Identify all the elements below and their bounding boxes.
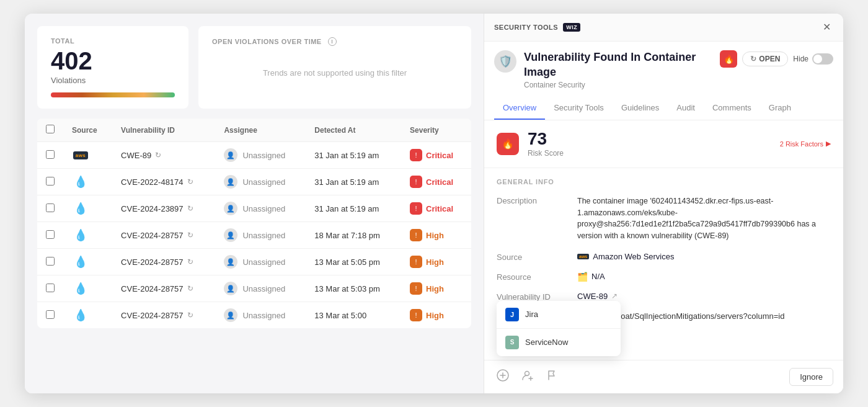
assignee-text: Unassigned [242,284,285,293]
risk-factors[interactable]: 2 Risk Factors ▶ [780,140,831,148]
dropdown-item-jira[interactable]: JJira [497,301,621,329]
row-checkbox[interactable] [46,204,55,212]
flag-button[interactable] [544,367,561,387]
table-row[interactable]: 💧CVE-2024-28757↻👤Unassigned13 Mar at 5:0… [37,249,471,275]
drop-icon: 💧 [74,228,87,242]
detail-tabs: OverviewSecurity ToolsGuidelinesAuditCom… [484,97,843,120]
drop-source-icon: 💧 [72,283,89,294]
row-checkbox[interactable] [46,310,55,319]
refresh-icon[interactable]: ↻ [187,204,193,213]
dropdown-item-label: Jira [525,310,538,319]
risk-score-block: 73 Risk Score [528,130,564,158]
external-link-icon[interactable]: ↗ [611,292,618,300]
cell-assignee: 👤Unassigned [215,249,306,275]
row-checkbox[interactable] [46,177,55,186]
assignee-text: Unassigned [242,177,285,187]
severity-icon-lg: 🔥 [720,50,737,68]
refresh-icon[interactable]: ↻ [187,284,193,293]
severity-inner-icon: ! [415,311,417,319]
cell-source: 💧 [63,275,112,302]
vuln-id-cell: CWE-89↻ [121,151,206,160]
tab-audit[interactable]: Audit [668,97,704,120]
cell-source: 💧 [63,195,112,222]
assign-person-button[interactable] [519,367,536,387]
row-checkbox[interactable] [46,230,55,239]
table-row[interactable]: 💧CVE-2024-28757↻👤Unassigned18 Mar at 7:1… [37,222,471,249]
vuln-id-text: CWE-89 [577,292,608,301]
detail-title: Vulnerability Found In Container Image [524,50,720,79]
header-assignee: Assignee [215,119,306,142]
severity-dot: ! [410,229,422,241]
dropdown-item-snow[interactable]: SServiceNow [497,329,621,356]
detail-title-left: 🛡️ Vulnerability Found In Container Imag… [494,50,720,89]
detail-actions: 🔥 ↻ OPEN Hide [720,50,833,68]
row-checkbox[interactable] [46,257,55,266]
refresh-icon[interactable]: ↻ [155,151,161,159]
row-checkbox[interactable] [46,284,55,292]
table-row[interactable]: 💧CVE-2024-28757↻👤Unassigned13 Mar at 5:0… [37,302,471,329]
refresh-spin-icon: ↻ [750,55,756,63]
tab-guidelines[interactable]: Guidelines [613,97,668,120]
ignore-button[interactable]: Ignore [789,368,833,386]
select-all-checkbox[interactable] [46,125,55,133]
severity-bar [51,92,175,97]
assignee-cell: 👤Unassigned [224,308,297,322]
table-row[interactable]: awsCWE-89↻👤Unassigned31 Jan at 5:19 am !… [37,142,471,169]
table-row[interactable]: 💧CVE-2022-48174↻👤Unassigned31 Jan at 5:1… [37,169,471,195]
open-status-button[interactable]: ↻ OPEN [742,51,788,66]
close-button[interactable]: ✕ [820,20,833,35]
table-row[interactable]: 💧CVE-2024-23897↻👤Unassigned31 Jan at 5:1… [37,195,471,222]
left-panel: TOTAL 402 Violations OPEN VIOLATIONS OVE… [25,14,484,393]
row-checkbox[interactable] [46,150,55,159]
cell-assignee: 👤Unassigned [215,222,306,249]
source-text: Amazon Web Services [593,252,674,261]
vuln-id-text: CVE-2022-48174 [121,177,183,187]
vuln-id-cell: CVE-2024-28757↻ [121,257,206,267]
aws-logo-small: aws [577,254,589,259]
servicenow-icon: S [505,336,519,349]
vuln-id-cell: CVE-2024-28757↻ [121,311,206,320]
resource-key: Resource [497,272,577,282]
vuln-id-cell: CVE-2024-28757↻ [121,231,206,240]
tab-security-tools[interactable]: Security Tools [545,97,613,120]
hide-toggle-area: Hide [793,53,833,65]
tab-overview[interactable]: Overview [494,97,545,120]
vuln-id-row: Vulnerability ID CWE-89 ↗ [497,292,831,302]
total-number: 402 [51,48,175,73]
drop-icon: 💧 [74,175,87,189]
cell-severity: ! Critical [401,169,471,195]
drop-source-icon: 💧 [72,230,89,241]
refresh-icon[interactable]: ↻ [187,257,193,266]
footer-actions [494,367,561,387]
total-stat-card: TOTAL 402 Violations [37,26,188,109]
table-row[interactable]: 💧CVE-2024-28757↻👤Unassigned13 Mar at 5:0… [37,275,471,302]
table-body: awsCWE-89↻👤Unassigned31 Jan at 5:19 am !… [37,142,471,329]
info-icon: i [328,37,337,46]
tab-graph[interactable]: Graph [760,97,800,120]
source-row-val: aws Amazon Web Services [577,252,831,261]
resource-text: N/A [591,272,605,281]
vuln-id-val: CWE-89 ↗ [577,292,831,301]
severity-dot: ! [410,176,422,188]
cell-severity: ! Critical [401,142,471,169]
severity-badge: ! High [410,309,463,321]
drop-icon: 💧 [74,308,87,322]
vuln-id-text: CWE-89 [121,151,151,160]
refresh-icon[interactable]: ↻ [187,177,193,186]
detail-panel: SECURITY TOOLS WIZ ✕ 🛡️ Vulnerability Fo… [484,14,843,393]
add-action-button[interactable] [494,367,512,387]
jira-icon: J [505,308,519,321]
tab-comments[interactable]: Comments [704,97,760,120]
vuln-id-cell: CVE-2024-23897↻ [121,204,206,213]
header-detected-at: Detected At [306,119,401,142]
vuln-id-text: CVE-2024-28757 [121,231,183,240]
assignee-cell: 👤Unassigned [224,175,297,189]
risk-label: Risk Score [528,149,564,158]
refresh-icon[interactable]: ↻ [187,231,193,239]
refresh-icon[interactable]: ↻ [187,311,193,320]
user-avatar: 👤 [224,175,237,189]
cell-vuln-id: CVE-2024-23897↻ [112,195,215,222]
source-key: Source [497,252,577,262]
hide-toggle[interactable] [812,53,833,65]
detail-footer: Ignore [484,360,843,393]
